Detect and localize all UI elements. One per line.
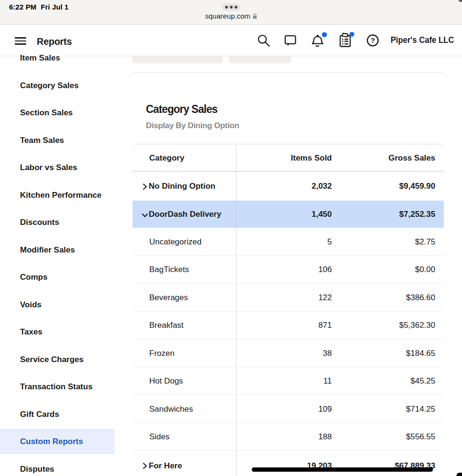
svg-text:?: ? xyxy=(370,37,375,44)
